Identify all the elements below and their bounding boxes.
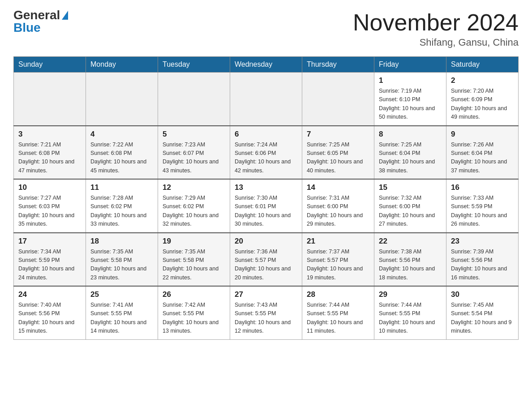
day-number: 14 [307, 183, 369, 192]
calendar-day-cell: 19Sunrise: 7:35 AM Sunset: 5:58 PM Dayli… [158, 233, 230, 287]
calendar-day-cell: 30Sunrise: 7:45 AM Sunset: 5:54 PM Dayli… [446, 286, 519, 339]
day-number: 11 [90, 183, 153, 192]
day-number: 1 [379, 76, 442, 85]
day-info: Sunrise: 7:33 AM Sunset: 5:59 PM Dayligh… [451, 194, 514, 229]
logo: General Blue [13, 9, 68, 34]
calendar-day-cell: 5Sunrise: 7:23 AM Sunset: 6:07 PM Daylig… [158, 126, 230, 180]
day-info: Sunrise: 7:19 AM Sunset: 6:10 PM Dayligh… [379, 87, 442, 122]
calendar-day-cell: 1Sunrise: 7:19 AM Sunset: 6:10 PM Daylig… [374, 73, 446, 126]
calendar-day-cell [14, 73, 86, 126]
title-area: November 2024 Shifang, Gansu, China [353, 9, 519, 48]
calendar-day-cell: 12Sunrise: 7:29 AM Sunset: 6:02 PM Dayli… [158, 179, 230, 233]
day-number: 15 [379, 183, 442, 192]
day-number: 7 [307, 130, 369, 139]
calendar-day-cell: 23Sunrise: 7:39 AM Sunset: 5:56 PM Dayli… [446, 233, 519, 287]
weekday-header-row: SundayMondayTuesdayWednesdayThursdayFrid… [14, 57, 519, 73]
calendar-day-cell: 8Sunrise: 7:25 AM Sunset: 6:04 PM Daylig… [374, 126, 446, 180]
calendar-week-row: 1Sunrise: 7:19 AM Sunset: 6:10 PM Daylig… [14, 73, 519, 126]
day-info: Sunrise: 7:20 AM Sunset: 6:09 PM Dayligh… [451, 87, 514, 122]
day-info: Sunrise: 7:35 AM Sunset: 5:58 PM Dayligh… [90, 248, 153, 283]
day-number: 24 [18, 290, 81, 299]
calendar-day-cell: 28Sunrise: 7:44 AM Sunset: 5:55 PM Dayli… [302, 286, 374, 339]
calendar-day-cell: 11Sunrise: 7:28 AM Sunset: 6:02 PM Dayli… [86, 179, 158, 233]
day-info: Sunrise: 7:45 AM Sunset: 5:54 PM Dayligh… [451, 301, 514, 336]
day-number: 16 [451, 183, 514, 192]
day-info: Sunrise: 7:39 AM Sunset: 5:56 PM Dayligh… [451, 248, 514, 283]
weekday-header-tuesday: Tuesday [158, 57, 230, 73]
day-number: 17 [18, 237, 81, 246]
calendar-week-row: 3Sunrise: 7:21 AM Sunset: 6:08 PM Daylig… [14, 126, 519, 180]
day-number: 30 [451, 290, 514, 299]
logo-triangle-icon [62, 11, 68, 20]
calendar-day-cell: 16Sunrise: 7:33 AM Sunset: 5:59 PM Dayli… [446, 179, 519, 233]
day-info: Sunrise: 7:27 AM Sunset: 6:03 PM Dayligh… [18, 194, 81, 229]
day-number: 28 [307, 290, 369, 299]
calendar-day-cell: 25Sunrise: 7:41 AM Sunset: 5:55 PM Dayli… [86, 286, 158, 339]
calendar-day-cell: 26Sunrise: 7:42 AM Sunset: 5:55 PM Dayli… [158, 286, 230, 339]
calendar-day-cell: 10Sunrise: 7:27 AM Sunset: 6:03 PM Dayli… [14, 179, 86, 233]
day-info: Sunrise: 7:25 AM Sunset: 6:05 PM Dayligh… [307, 141, 369, 176]
header: General Blue November 2024 Shifang, Gans… [13, 9, 519, 48]
calendar-day-cell: 9Sunrise: 7:26 AM Sunset: 6:04 PM Daylig… [446, 126, 519, 180]
day-info: Sunrise: 7:34 AM Sunset: 5:59 PM Dayligh… [18, 248, 81, 283]
weekday-header-wednesday: Wednesday [230, 57, 302, 73]
day-info: Sunrise: 7:43 AM Sunset: 5:55 PM Dayligh… [235, 301, 297, 336]
day-number: 10 [18, 183, 81, 192]
calendar-day-cell: 6Sunrise: 7:24 AM Sunset: 6:06 PM Daylig… [230, 126, 302, 180]
day-number: 26 [163, 290, 225, 299]
calendar-day-cell: 15Sunrise: 7:32 AM Sunset: 6:00 PM Dayli… [374, 179, 446, 233]
day-info: Sunrise: 7:37 AM Sunset: 5:57 PM Dayligh… [307, 248, 369, 283]
calendar-day-cell: 7Sunrise: 7:25 AM Sunset: 6:05 PM Daylig… [302, 126, 374, 180]
calendar-day-cell: 21Sunrise: 7:37 AM Sunset: 5:57 PM Dayli… [302, 233, 374, 287]
day-info: Sunrise: 7:36 AM Sunset: 5:57 PM Dayligh… [235, 248, 297, 283]
weekday-header-friday: Friday [374, 57, 446, 73]
calendar-table: SundayMondayTuesdayWednesdayThursdayFrid… [13, 56, 519, 340]
weekday-header-monday: Monday [86, 57, 158, 73]
day-number: 22 [379, 237, 442, 246]
calendar-week-row: 17Sunrise: 7:34 AM Sunset: 5:59 PM Dayli… [14, 233, 519, 287]
day-number: 23 [451, 237, 514, 246]
month-title: November 2024 [353, 9, 519, 36]
calendar-day-cell: 18Sunrise: 7:35 AM Sunset: 5:58 PM Dayli… [86, 233, 158, 287]
day-info: Sunrise: 7:44 AM Sunset: 5:55 PM Dayligh… [307, 301, 369, 336]
day-number: 13 [235, 183, 297, 192]
day-info: Sunrise: 7:44 AM Sunset: 5:55 PM Dayligh… [379, 301, 442, 336]
calendar-day-cell [158, 73, 230, 126]
day-number: 4 [90, 130, 153, 139]
day-info: Sunrise: 7:22 AM Sunset: 6:08 PM Dayligh… [90, 141, 153, 176]
calendar-day-cell: 3Sunrise: 7:21 AM Sunset: 6:08 PM Daylig… [14, 126, 86, 180]
day-number: 29 [379, 290, 442, 299]
calendar-week-row: 10Sunrise: 7:27 AM Sunset: 6:03 PM Dayli… [14, 179, 519, 233]
calendar-day-cell: 24Sunrise: 7:40 AM Sunset: 5:56 PM Dayli… [14, 286, 86, 339]
day-number: 8 [379, 130, 442, 139]
weekday-header-thursday: Thursday [302, 57, 374, 73]
day-number: 19 [163, 237, 225, 246]
calendar-day-cell: 2Sunrise: 7:20 AM Sunset: 6:09 PM Daylig… [446, 73, 519, 126]
day-info: Sunrise: 7:41 AM Sunset: 5:55 PM Dayligh… [90, 301, 153, 336]
day-number: 5 [163, 130, 225, 139]
calendar-week-row: 24Sunrise: 7:40 AM Sunset: 5:56 PM Dayli… [14, 286, 519, 339]
day-info: Sunrise: 7:35 AM Sunset: 5:58 PM Dayligh… [163, 248, 225, 283]
calendar-day-cell: 29Sunrise: 7:44 AM Sunset: 5:55 PM Dayli… [374, 286, 446, 339]
location-text: Shifang, Gansu, China [353, 37, 519, 48]
day-number: 2 [451, 76, 514, 85]
day-info: Sunrise: 7:28 AM Sunset: 6:02 PM Dayligh… [90, 194, 153, 229]
weekday-header-sunday: Sunday [14, 57, 86, 73]
weekday-header-saturday: Saturday [446, 57, 519, 73]
calendar-day-cell: 27Sunrise: 7:43 AM Sunset: 5:55 PM Dayli… [230, 286, 302, 339]
calendar-day-cell: 22Sunrise: 7:38 AM Sunset: 5:56 PM Dayli… [374, 233, 446, 287]
calendar-day-cell [230, 73, 302, 126]
day-info: Sunrise: 7:26 AM Sunset: 6:04 PM Dayligh… [451, 141, 514, 176]
day-info: Sunrise: 7:30 AM Sunset: 6:01 PM Dayligh… [235, 194, 297, 229]
day-number: 18 [90, 237, 153, 246]
day-number: 6 [235, 130, 297, 139]
calendar-day-cell: 20Sunrise: 7:36 AM Sunset: 5:57 PM Dayli… [230, 233, 302, 287]
day-number: 20 [235, 237, 297, 246]
day-number: 27 [235, 290, 297, 299]
logo-blue-text: Blue [13, 21, 41, 34]
day-info: Sunrise: 7:42 AM Sunset: 5:55 PM Dayligh… [163, 301, 225, 336]
day-info: Sunrise: 7:23 AM Sunset: 6:07 PM Dayligh… [163, 141, 225, 176]
calendar-day-cell [86, 73, 158, 126]
day-info: Sunrise: 7:24 AM Sunset: 6:06 PM Dayligh… [235, 141, 297, 176]
day-info: Sunrise: 7:29 AM Sunset: 6:02 PM Dayligh… [163, 194, 225, 229]
